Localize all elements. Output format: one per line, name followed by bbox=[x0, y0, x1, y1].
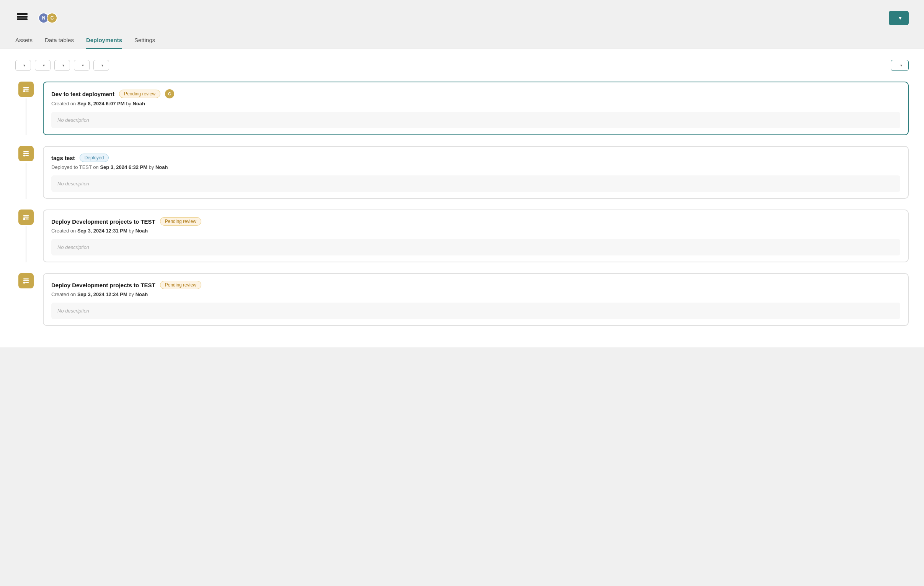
status-badge: Deployed bbox=[79, 154, 109, 162]
tab-data-tables[interactable]: Data tables bbox=[45, 33, 74, 49]
svg-rect-7 bbox=[23, 151, 29, 152]
deploy-to-button[interactable]: ▾ bbox=[891, 60, 909, 71]
card-description: No description bbox=[51, 303, 900, 319]
svg-rect-14 bbox=[25, 219, 29, 220]
card-meta: Created on Sep 8, 2024 6:07 PM by Noah bbox=[51, 101, 900, 106]
deployment-card[interactable]: Deploy Development projects to TESTPendi… bbox=[43, 273, 909, 326]
chevron-down-icon: ▾ bbox=[23, 63, 25, 68]
card-meta: Created on Sep 3, 2024 12:24 PM by Noah bbox=[51, 291, 900, 297]
deployment-icon-box bbox=[18, 273, 34, 288]
svg-point-9 bbox=[23, 155, 25, 157]
card-meta: Deployed to TEST on Sep 3, 2024 6:32 PM … bbox=[51, 164, 900, 170]
filter-authors[interactable]: ▾ bbox=[74, 60, 89, 71]
timeline-line-col bbox=[15, 210, 37, 262]
svg-rect-1 bbox=[17, 16, 28, 18]
deployment-icon-box bbox=[18, 81, 34, 97]
filter-reviewers[interactable]: ▾ bbox=[93, 60, 109, 71]
chevron-down-icon: ▾ bbox=[43, 63, 45, 68]
deployment-card-content: Deploy Development projects to TESTPendi… bbox=[37, 273, 909, 326]
deployment-icon-box bbox=[18, 146, 34, 161]
card-title: Dev to test deployment bbox=[51, 91, 114, 97]
card-title-row: Deploy Development projects to TESTPendi… bbox=[51, 281, 900, 289]
filters-left: ▾ ▾ ▾ ▾ ▾ bbox=[15, 60, 109, 71]
svg-rect-18 bbox=[25, 282, 29, 283]
card-title: Deploy Development projects to TEST bbox=[51, 282, 155, 288]
card-title-row: Deploy Development projects to TESTPendi… bbox=[51, 217, 900, 225]
chevron-down-icon: ▾ bbox=[101, 63, 103, 68]
deployment-list: Dev to test deploymentPending reviewCCre… bbox=[15, 81, 909, 337]
page-wrapper: N C ▾ Assets Data tables Deployments Set… bbox=[0, 0, 924, 586]
filters-row: ▾ ▾ ▾ ▾ ▾ bbox=[15, 60, 909, 71]
filter-statuses[interactable]: ▾ bbox=[54, 60, 70, 71]
timeline-vertical-line bbox=[26, 163, 26, 199]
svg-rect-16 bbox=[23, 280, 29, 281]
svg-point-5 bbox=[23, 90, 25, 92]
chevron-down-icon: ▾ bbox=[900, 63, 902, 68]
deployment-item[interactable]: Deploy Development projects to TESTPendi… bbox=[15, 273, 909, 337]
avatar-c: C bbox=[47, 13, 58, 23]
collaborator-avatars: N C bbox=[38, 13, 58, 23]
chevron-down-icon: ▾ bbox=[63, 63, 64, 68]
svg-point-13 bbox=[23, 219, 25, 220]
chevron-down-icon: ▾ bbox=[82, 63, 84, 68]
stack-icon bbox=[15, 11, 29, 25]
deployment-card-content: Deploy Development projects to TESTPendi… bbox=[37, 210, 909, 262]
status-badge: Pending review bbox=[160, 281, 201, 289]
deployment-card-content: Dev to test deploymentPending reviewCCre… bbox=[37, 81, 909, 135]
svg-rect-12 bbox=[23, 217, 29, 218]
filter-environments[interactable]: ▾ bbox=[15, 60, 31, 71]
timeline-vertical-line bbox=[26, 226, 26, 262]
header-left: N C bbox=[15, 11, 58, 25]
card-title: tags test bbox=[51, 155, 75, 161]
deployment-card[interactable]: Deploy Development projects to TESTPendi… bbox=[43, 210, 909, 262]
card-description: No description bbox=[51, 175, 900, 192]
deployment-item[interactable]: Dev to test deploymentPending reviewCCre… bbox=[15, 81, 909, 146]
svg-rect-6 bbox=[25, 91, 29, 92]
tab-deployments[interactable]: Deployments bbox=[86, 33, 122, 49]
timeline-line-col bbox=[15, 81, 37, 135]
deployment-icon-box bbox=[18, 210, 34, 225]
timeline-vertical-line bbox=[26, 98, 26, 135]
svg-rect-0 bbox=[17, 18, 28, 20]
deployment-card-content: tags testDeployedDeployed to TEST on Sep… bbox=[37, 146, 909, 199]
timeline-line-col bbox=[15, 146, 37, 199]
tabs-bar: Assets Data tables Deployments Settings bbox=[0, 25, 924, 49]
card-title-row: Dev to test deploymentPending reviewC bbox=[51, 89, 900, 98]
create-chevron-icon: ▾ bbox=[899, 15, 902, 22]
card-title: Deploy Development projects to TEST bbox=[51, 219, 155, 225]
tab-assets[interactable]: Assets bbox=[15, 33, 33, 49]
status-badge: Pending review bbox=[160, 217, 201, 225]
header: N C ▾ bbox=[0, 0, 924, 25]
svg-rect-2 bbox=[17, 13, 28, 15]
status-badge: Pending review bbox=[119, 89, 160, 98]
deployment-item[interactable]: Deploy Development projects to TESTPendi… bbox=[15, 210, 909, 273]
svg-rect-4 bbox=[23, 89, 29, 90]
card-title-row: tags testDeployed bbox=[51, 154, 900, 162]
card-description: No description bbox=[51, 239, 900, 255]
tab-settings[interactable]: Settings bbox=[134, 33, 155, 49]
create-button[interactable]: ▾ bbox=[889, 11, 909, 25]
svg-rect-8 bbox=[23, 153, 29, 154]
svg-rect-15 bbox=[23, 278, 29, 280]
reviewer-avatar: C bbox=[165, 89, 174, 98]
deployment-item[interactable]: tags testDeployedDeployed to TEST on Sep… bbox=[15, 146, 909, 210]
svg-point-17 bbox=[23, 282, 25, 284]
svg-rect-11 bbox=[23, 215, 29, 216]
filter-periods[interactable]: ▾ bbox=[35, 60, 51, 71]
main-content: ▾ ▾ ▾ ▾ ▾ bbox=[0, 49, 924, 348]
deployment-card[interactable]: Dev to test deploymentPending reviewCCre… bbox=[43, 81, 909, 135]
timeline-line-col bbox=[15, 273, 37, 326]
svg-rect-10 bbox=[25, 155, 29, 156]
card-description: No description bbox=[51, 112, 900, 128]
svg-rect-3 bbox=[23, 87, 29, 88]
deployment-card[interactable]: tags testDeployedDeployed to TEST on Sep… bbox=[43, 146, 909, 199]
card-meta: Created on Sep 3, 2024 12:31 PM by Noah bbox=[51, 228, 900, 233]
